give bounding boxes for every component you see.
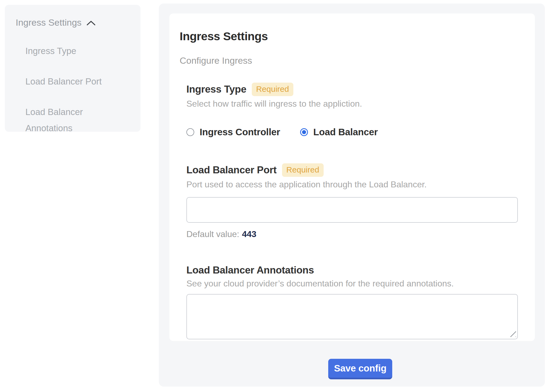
default-value-line: Default value:443 (186, 229, 518, 239)
required-badge: Required (282, 163, 324, 177)
radio-ingress-controller[interactable]: Ingress Controller (186, 127, 280, 137)
annotations-textarea-wrap (186, 294, 518, 339)
radio-load-balancer[interactable]: Load Balancer (300, 127, 378, 137)
load-balancer-port-section-header: Load Balancer Port Required (186, 163, 518, 177)
sidebar-section-toggle[interactable]: Ingress Settings (16, 17, 140, 28)
sidebar-item-load-balancer-port[interactable]: Load Balancer Port (25, 73, 117, 90)
load-balancer-annotations-section-header: Load Balancer Annotations (186, 265, 518, 276)
radio-label: Load Balancer (313, 127, 378, 137)
form-sections: Ingress Type Required Select how traffic… (186, 83, 518, 339)
sidebar-item-ingress-type[interactable]: Ingress Type (25, 43, 117, 59)
page-title: Ingress Settings (180, 30, 518, 43)
load-balancer-port-title: Load Balancer Port (186, 164, 277, 176)
load-balancer-port-description: Port used to access the application thro… (186, 180, 518, 190)
load-balancer-annotations-textarea[interactable] (186, 294, 518, 339)
radio-circle-icon[interactable] (186, 128, 194, 136)
sidebar-section-label: Ingress Settings (16, 17, 82, 28)
settings-panel: Ingress Settings Configure Ingress Ingre… (159, 4, 545, 387)
settings-nav-sidebar: Ingress Settings Ingress Type Load Balan… (5, 5, 140, 132)
sidebar-item-list: Ingress Type Load Balancer Port Load Bal… (25, 43, 140, 136)
sidebar-item-load-balancer-annotations[interactable]: Load Balancer Annotations (25, 104, 117, 136)
radio-circle-icon[interactable] (300, 128, 308, 136)
ingress-settings-card: Ingress Settings Configure Ingress Ingre… (169, 13, 535, 341)
ingress-type-description: Select how traffic will ingress to the a… (186, 99, 518, 109)
load-balancer-annotations-title: Load Balancer Annotations (186, 265, 314, 276)
ingress-type-title: Ingress Type (186, 84, 246, 95)
ingress-type-section-header: Ingress Type Required (186, 83, 518, 96)
ingress-type-radio-group: Ingress Controller Load Balancer (186, 127, 518, 137)
load-balancer-port-input[interactable] (186, 197, 518, 223)
load-balancer-annotations-description: See your cloud provider’s documentation … (186, 279, 518, 289)
default-value-label: Default value: (186, 229, 239, 239)
required-badge: Required (252, 83, 293, 96)
radio-label: Ingress Controller (200, 127, 280, 137)
save-config-button[interactable]: Save config (328, 359, 392, 379)
page-subtitle: Configure Ingress (180, 55, 518, 66)
default-value: 443 (242, 229, 256, 239)
chevron-up-icon (86, 19, 96, 26)
